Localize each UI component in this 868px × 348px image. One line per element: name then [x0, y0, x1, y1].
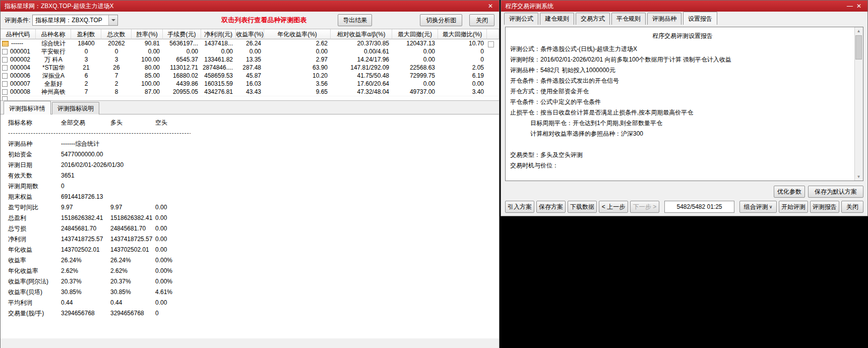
column-header[interactable]: 净利润(元) [201, 29, 236, 39]
details-row: 初始资金 5477000000.00 [1, 149, 499, 160]
minimize-icon[interactable]: — [845, 3, 854, 10]
cell-annual-return: 2.62 [264, 39, 331, 47]
cell-max-drawdown: 0.00 [392, 47, 438, 55]
tab-eval-formula[interactable]: 评测公式 [504, 13, 538, 25]
row-checkbox[interactable] [2, 41, 9, 46]
table-row-clipped[interactable] [1, 96, 499, 100]
table-row[interactable]: 000006 深振业A 6 7 85.00 16880.02 458659.53… [1, 72, 499, 80]
cell-win-count: 3 [71, 55, 101, 64]
table-row[interactable]: 000007 全新好 2 2 100.00 4439.86 160315.59 … [1, 80, 499, 88]
column-header[interactable]: 品种代码 [1, 29, 36, 39]
table-row[interactable]: 000002 万 科A 3 3 100.00 6545.37 133461.82… [1, 55, 499, 64]
row-checkbox[interactable] [2, 73, 8, 79]
right-window-titlebar[interactable]: 程序交易评测系统 — ✕ [501, 1, 867, 12]
detail-all-trades: -------综合统计 [61, 139, 99, 149]
detail-name: 盈亏时间比 [8, 202, 38, 213]
table-row[interactable]: 000001 平安银行 0 0 0.00 0.00 0.00 0.00 0.00… [1, 47, 499, 55]
row-checkbox[interactable] [2, 57, 8, 63]
tab-close-rules[interactable]: 平仓规则 [611, 13, 646, 25]
table-row[interactable]: 000004 *ST国华 21 26 80.00 113012.71 28748… [1, 64, 499, 72]
row-checkbox[interactable] [2, 49, 8, 54]
row-checkbox[interactable] [2, 89, 8, 95]
detail-name: 评测周期数 [8, 181, 38, 192]
report-line: 评测公式：条件选股公式-(日线)-超级主力进场X [510, 44, 855, 54]
prev-step-button[interactable]: < 上一步 [599, 201, 628, 213]
left-window-title: 指标星球网：ZBXQ.TOP-超级主力进场X [5, 2, 113, 11]
scroll-down-icon[interactable]: ▼ [856, 174, 861, 180]
condition-combobox[interactable]: 指标星球网：ZBXQ.TOP [32, 15, 118, 26]
column-header[interactable]: 手续费(元) [163, 29, 201, 39]
save-plan-button[interactable]: 保存方案 [536, 201, 566, 213]
close-icon[interactable]: ✕ [486, 3, 495, 10]
details-row: 总盈利 1518626382.41 1518626382.41 0.00 [1, 213, 499, 223]
tab-indicator-notes[interactable]: 评测指标说明 [52, 102, 99, 114]
tab-eval-symbols[interactable]: 评测品种 [647, 13, 681, 25]
column-header[interactable]: 总次数 [101, 29, 132, 39]
tab-open-rules[interactable]: 建仓规则 [540, 13, 574, 25]
column-header[interactable]: 收益率(%) [236, 29, 264, 39]
column-header[interactable]: 品种名称 [36, 29, 71, 39]
detail-name: 有效天数 [8, 170, 32, 181]
cell-total-count: 8 [101, 88, 132, 96]
close-button[interactable]: 关闭 [469, 14, 494, 26]
next-step-button: 下一步 > [630, 201, 659, 213]
report-line: 评测时段：2016/02/01-2026/02/01 向前多取100个数据用于计… [510, 54, 855, 65]
detail-long: 24845681.70 [110, 223, 146, 234]
left-window-titlebar[interactable]: 指标星球网：ZBXQ.TOP-超级主力进场X ✕ [1, 1, 499, 12]
detail-all-trades: 3651 [61, 170, 75, 181]
detail-name: 收益率(贝塔) [8, 287, 42, 298]
column-header[interactable]: 盈利数 [71, 29, 101, 39]
cell-total-count: 26 [101, 64, 132, 72]
settings-report-content: 程序交易评测设置报告 评测公式：条件选股公式-(日线)-超级主力进场X评测时段：… [506, 27, 855, 181]
condition-label: 评测条件: [5, 16, 30, 25]
report-line: 计算相对收益率选择的参照品种：沪深300 [510, 129, 855, 139]
cell-win-rate: 90.81 [132, 39, 163, 47]
table-row[interactable]: 000008 神州高铁 7 8 87.00 20955.05 434276.81… [1, 88, 499, 96]
close-icon[interactable]: ✕ [854, 3, 863, 10]
table-row[interactable]: ------ 综合统计 18400 20262 90.81 5636197...… [1, 39, 499, 47]
details-row: 评测周期数 0 [1, 181, 499, 192]
column-header[interactable]: 最大回撤(元) [392, 29, 438, 39]
scrollbar-thumb[interactable] [855, 35, 862, 60]
detail-long: 20.37% [110, 276, 131, 287]
cell-win-rate: 80.00 [132, 64, 163, 72]
row-checkbox[interactable] [2, 81, 8, 87]
header-corner-checkbox[interactable] [488, 41, 494, 47]
switch-chart-button[interactable]: 切换分析图 [420, 14, 462, 26]
eval-report-button[interactable]: 评测报告 [810, 201, 839, 213]
cell-relative-return: 17.60/20.64 [331, 80, 392, 88]
column-header[interactable]: 相对收益率α/β(%) [331, 29, 392, 39]
cell-win-count: 0 [71, 47, 101, 55]
column-header[interactable]: 年化收益率(%) [264, 29, 331, 39]
export-results-button[interactable]: 导出结果 [338, 14, 372, 26]
cell-name: 深振业A [36, 72, 71, 80]
tab-trade-mode[interactable]: 交易方式 [576, 13, 610, 25]
cell-max-drawdown: 0.00 [392, 80, 438, 88]
column-header[interactable]: 最大回撤比(%) [438, 29, 487, 39]
cell-win-rate: 87.00 [132, 88, 163, 96]
detail-name: 总亏损 [8, 223, 26, 234]
report-line: 平仓条件：公式中定义的平仓条件 [510, 97, 855, 107]
detail-name: 初始资金 [8, 149, 32, 160]
download-data-button[interactable]: 下载数据 [568, 201, 597, 213]
details-row: 盈亏时间比 9.97 9.97 0.00 [1, 202, 499, 213]
cell-win-count: 7 [71, 88, 101, 96]
detail-short: 0.00 [155, 234, 167, 245]
report-scrollbar[interactable]: ▲ ▼ [854, 27, 863, 181]
scroll-up-icon[interactable]: ▲ [856, 28, 861, 34]
save-as-default-button[interactable]: 保存为默认方案 [808, 186, 863, 198]
import-plan-button[interactable]: 引入方案 [505, 201, 534, 213]
close-button[interactable]: 关闭 [841, 201, 863, 213]
report-line: 止损平仓：按当日收盘价计算是否满足止损条件,按本周期最高价平仓 [510, 107, 855, 118]
start-eval-button[interactable]: 开始评测 [779, 201, 808, 213]
combo-eval-button[interactable]: 组合评测 ∨ [739, 201, 777, 213]
chevron-down-icon[interactable] [108, 15, 117, 25]
details-header: 多头 [110, 118, 122, 128]
code-cell: 000001 [1, 47, 36, 55]
optimize-params-button[interactable]: 优化参数 [774, 186, 805, 198]
row-checkbox[interactable] [2, 65, 8, 71]
tab-indicator-details[interactable]: 评测指标详情 [4, 101, 51, 114]
detail-short: 0.00% [155, 276, 172, 287]
tab-settings-report[interactable]: 设置报告 [683, 12, 717, 25]
column-header[interactable]: 胜率(%) [132, 29, 163, 39]
